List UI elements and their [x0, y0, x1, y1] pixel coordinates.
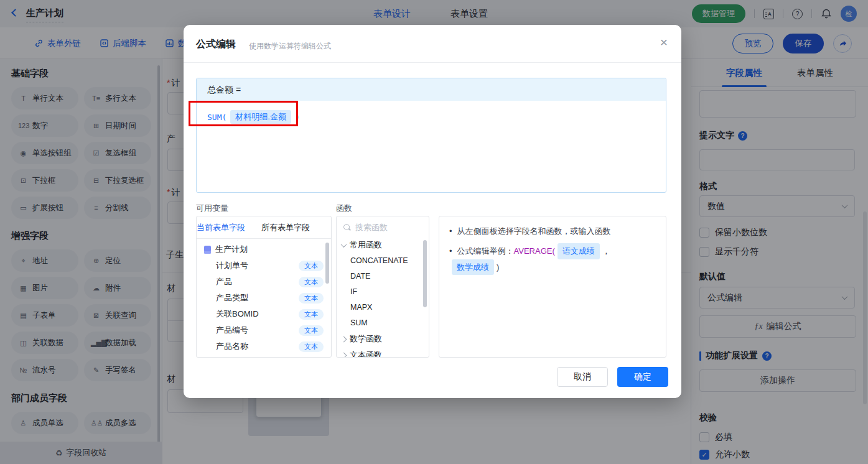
variable-field-row[interactable]: 关联BOMID 文本	[197, 306, 331, 322]
function-item[interactable]: MAPX	[337, 300, 429, 315]
variable-field-name: 计划单号	[216, 260, 299, 271]
modal-title: 公式编辑	[196, 38, 236, 51]
variables-tabs: 当前表单字段所有表单字段	[197, 216, 331, 239]
form-tree-root[interactable]: 生产计划	[197, 239, 331, 258]
chevron-right-icon	[341, 352, 347, 358]
modal-subtitle: 使用数学运算符编辑公式	[249, 41, 331, 52]
variable-field-type-badge: 文本	[299, 277, 324, 287]
chevron-down-icon	[341, 241, 347, 248]
variable-field-row[interactable]: 产品 文本	[197, 274, 331, 290]
variable-field-name: 产品类型	[216, 292, 299, 304]
hint-line-2: • 公式编辑举例： AVERAGE( 语文成绩 ， 数学成绩 )	[449, 243, 656, 275]
cancel-button[interactable]: 取消	[557, 367, 608, 387]
variable-field-name: 产品编号	[216, 325, 299, 336]
variable-field-type-badge: 文本	[299, 325, 324, 336]
bullet-icon: •	[449, 244, 452, 258]
function-item[interactable]: DATE	[337, 269, 429, 284]
variable-field-name: 关联BOMID	[216, 309, 299, 320]
bullet-icon: •	[449, 225, 452, 238]
function-item-list: CONCATENATEDATEIFMAPXSUM	[337, 253, 429, 331]
confirm-button[interactable]: 确定	[617, 367, 668, 387]
hint-line-1: • 从左侧面板选择字段名和函数，或输入函数	[449, 225, 656, 238]
hint-panel: • 从左侧面板选择字段名和函数，或输入函数 • 公式编辑举例： AVERAGE(…	[439, 216, 666, 358]
formula-field-chip[interactable]: 材料明细.金额	[230, 110, 291, 124]
functions-panel: 常用函数 CONCATENATEDATEIFMAPXSUM 数学函数 文本函数	[336, 216, 429, 358]
divider	[184, 62, 681, 63]
variable-field-type-badge: 文本	[299, 341, 324, 352]
variables-label: 可用变量	[196, 203, 228, 214]
example-field-chip: 语文成绩	[558, 243, 600, 259]
function-group-math[interactable]: 数学函数	[337, 331, 429, 347]
example-function: AVERAGE(	[514, 244, 555, 258]
function-search	[337, 216, 429, 237]
formula-editor: 总金额 = SUM( 材料明细.金额 )	[196, 78, 666, 193]
function-group-common[interactable]: 常用函数	[337, 237, 429, 253]
form-doc-icon	[204, 246, 211, 254]
formula-function: SUM(	[207, 113, 226, 122]
function-item[interactable]: SUM	[337, 315, 429, 331]
variables-panel: 当前表单字段所有表单字段 生产计划 计划单号 文本 产品 文本	[196, 216, 332, 358]
function-group-text[interactable]: 文本函数	[337, 347, 429, 358]
function-search-input[interactable]	[355, 223, 418, 232]
example-field-chip: 数学成绩	[452, 259, 494, 275]
variable-field-row[interactable]: 计划单号 文本	[197, 258, 331, 274]
formula-edit-modal: 公式编辑 使用数学运算符编辑公式 × 总金额 = SUM( 材料明细.金额 ) …	[184, 25, 681, 398]
variable-field-name: 产品	[216, 276, 299, 287]
variable-field-type-badge: 文本	[299, 293, 324, 304]
variable-field-type-badge: 文本	[299, 309, 324, 320]
variables-tab[interactable]: 当前表单字段	[197, 222, 245, 233]
functions-scrollbar[interactable]	[423, 240, 427, 307]
close-icon[interactable]: ×	[660, 35, 668, 49]
functions-label: 函数	[336, 203, 352, 214]
variables-tab[interactable]: 所有表单字段	[261, 222, 310, 233]
formula-target-bar: 总金额 =	[197, 78, 666, 101]
variable-field-name: 产品名称	[216, 341, 299, 352]
function-item[interactable]: IF	[337, 284, 429, 300]
chevron-right-icon	[341, 336, 347, 342]
variable-field-row[interactable]: 产品编号 文本	[197, 322, 331, 338]
variable-field-row[interactable]: 产品名称 文本	[197, 338, 331, 355]
formula-expression-area[interactable]: SUM( 材料明细.金额 )	[197, 101, 666, 133]
formula-close-paren: )	[295, 113, 300, 122]
search-icon	[343, 224, 351, 231]
function-item[interactable]: CONCATENATE	[337, 253, 429, 269]
variable-field-list: 计划单号 文本 产品 文本 产品类型 文本 关联BOMID	[197, 258, 331, 355]
variable-field-row[interactable]: 产品类型 文本	[197, 290, 331, 306]
variable-field-type-badge: 文本	[299, 261, 324, 271]
variables-scrollbar[interactable]	[325, 243, 329, 284]
app-screen: 生产计划 表单设计表单设置 数据管理 A ? 检 表单外链	[0, 0, 868, 464]
